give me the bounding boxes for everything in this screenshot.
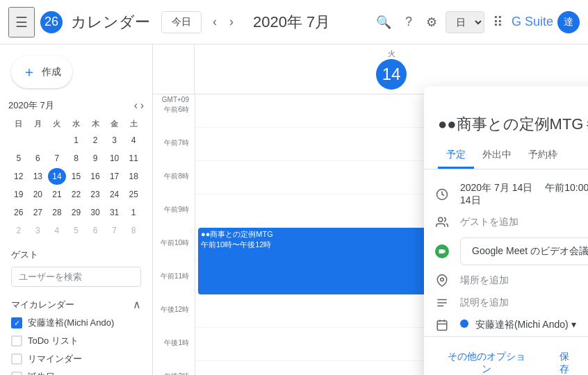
mini-cal-day[interactable]: 8 xyxy=(124,222,142,239)
mini-cal-grid: 日月火水木金土 12345678910111213141516171819202… xyxy=(8,116,144,240)
mini-cal-day[interactable]: 7 xyxy=(106,222,124,239)
mini-cal-day[interactable]: 8 xyxy=(67,150,85,167)
search-input-wrap[interactable] xyxy=(11,267,141,287)
mini-cal-day[interactable]: 7 xyxy=(48,150,66,167)
mini-cal-day[interactable]: 23 xyxy=(86,186,104,203)
cal-item[interactable]: ToDo リスト xyxy=(6,332,147,350)
search-icon[interactable]: 🔍 xyxy=(370,10,397,34)
mini-cal-day[interactable]: 31 xyxy=(106,204,124,221)
mini-cal-day[interactable]: 15 xyxy=(67,168,85,185)
gsuite-badge: G Suite 達 xyxy=(512,11,580,33)
more-options-button[interactable]: その他のオプション xyxy=(435,345,538,375)
mini-cal-day[interactable]: 17 xyxy=(106,168,124,185)
save-button[interactable]: 保存 xyxy=(544,345,585,375)
mini-cal-prev[interactable]: ‹ xyxy=(134,99,138,112)
prev-button[interactable]: ‹ xyxy=(207,10,222,33)
mini-cal-day[interactable]: 24 xyxy=(106,186,124,203)
settings-icon[interactable]: ⚙ xyxy=(420,10,443,34)
popup-tab[interactable]: 予約枠 xyxy=(520,143,566,169)
mini-cal-weekday: 土 xyxy=(124,117,142,131)
mini-cal-day[interactable]: 30 xyxy=(86,204,104,221)
search-input[interactable] xyxy=(19,272,133,282)
avatar[interactable]: 達 xyxy=(557,11,580,33)
mini-cal-day[interactable]: 18 xyxy=(124,168,142,185)
svg-point-2 xyxy=(441,278,444,281)
mini-cal-day[interactable]: 1 xyxy=(124,204,142,221)
popup-location-row[interactable]: 場所を追加 xyxy=(424,269,588,292)
time-slot: 午前7時 xyxy=(153,137,195,170)
today-button[interactable]: 今日 xyxy=(161,11,202,33)
time-label: 午後2時 xyxy=(164,372,189,375)
mini-cal-day[interactable]: 20 xyxy=(29,186,47,203)
cal-item[interactable]: 安藤達裕(Michi Ando) xyxy=(6,314,147,332)
mini-cal-day[interactable]: 3 xyxy=(106,132,124,149)
mini-cal-day[interactable]: 29 xyxy=(67,204,85,221)
date-badge: 26 xyxy=(40,11,63,33)
header-month: 2020年 7月 xyxy=(253,12,330,33)
mini-cal-day[interactable]: 3 xyxy=(29,222,47,239)
cal-list-toggle[interactable]: ∧ xyxy=(133,298,141,311)
mini-cal-day[interactable]: 14 xyxy=(48,168,66,185)
cal-checkbox[interactable] xyxy=(11,317,22,328)
mini-cal-day[interactable]: 13 xyxy=(29,168,47,185)
cal-checkbox[interactable] xyxy=(11,353,22,365)
mini-cal-day[interactable]: 4 xyxy=(124,132,142,149)
popup-tab[interactable]: 予定 xyxy=(438,143,474,169)
popup-description-row[interactable]: 説明を追加 xyxy=(424,292,588,314)
view-select[interactable]: 日 週 月 xyxy=(446,11,484,33)
app-header: ☰ 26 カレンダー 今日 ‹ › 2020年 7月 🔍 ? ⚙ 日 週 月 ⠿… xyxy=(0,0,588,44)
mini-cal-day[interactable]: 5 xyxy=(67,222,85,239)
mini-cal-day[interactable]: 12 xyxy=(10,168,28,185)
popup-tab[interactable]: 外出中 xyxy=(474,143,520,169)
guests-section: ゲスト xyxy=(0,240,152,290)
cal-list-header: マイカレンダー ∧ xyxy=(6,292,147,314)
mini-cal-day[interactable]: 2 xyxy=(86,132,104,149)
mini-cal-day[interactable]: 1 xyxy=(67,132,85,149)
guests-placeholder: ゲストを追加 xyxy=(460,216,588,228)
description-icon xyxy=(435,296,449,310)
time-slot: 午後2時 xyxy=(153,370,195,375)
mini-cal-day[interactable]: 16 xyxy=(86,168,104,185)
calendar-dropdown[interactable]: ▾ xyxy=(571,319,576,330)
cal-item[interactable]: 誕生日 xyxy=(6,368,147,375)
popup-guests-row[interactable]: ゲストを追加 xyxy=(424,211,588,233)
help-icon[interactable]: ? xyxy=(400,10,418,33)
mini-cal-day[interactable]: 28 xyxy=(48,204,66,221)
cal-label: リマインダー xyxy=(28,353,82,365)
time-label: 午後12時 xyxy=(161,305,189,315)
mini-cal-day[interactable]: 27 xyxy=(29,204,47,221)
menu-icon[interactable]: ☰ xyxy=(8,7,35,38)
time-slot: 午前6時 xyxy=(153,103,195,137)
mini-cal-day[interactable]: 10 xyxy=(106,150,124,167)
mini-cal-day[interactable]: 19 xyxy=(10,186,28,203)
mini-cal-day[interactable]: 6 xyxy=(86,222,104,239)
popup-datetime-row: 2020年 7月 14日 午前10:00 – 午後12:00 2020年 7月 … xyxy=(424,178,588,211)
cal-checkbox[interactable] xyxy=(11,372,22,375)
location-placeholder: 場所を追加 xyxy=(460,274,588,287)
create-button[interactable]: ＋ 作成 xyxy=(11,56,72,88)
mini-cal-day[interactable]: 25 xyxy=(124,186,142,203)
cal-checkbox[interactable] xyxy=(11,335,22,347)
mini-cal-day[interactable]: 5 xyxy=(10,150,28,167)
popup-meet-row: Google Meet のビデオ会議を追加 xyxy=(424,233,588,269)
next-button[interactable]: › xyxy=(224,10,239,33)
mini-cal-day[interactable]: 22 xyxy=(67,186,85,203)
mini-cal-day[interactable]: 11 xyxy=(124,150,142,167)
mini-cal-day[interactable]: 9 xyxy=(86,150,104,167)
mini-cal-day[interactable]: 4 xyxy=(48,222,66,239)
mini-cal-day[interactable]: 2 xyxy=(10,222,28,239)
mini-cal-day[interactable]: 26 xyxy=(10,204,28,221)
mini-cal-next[interactable]: › xyxy=(140,99,144,112)
mini-cal-day[interactable]: 6 xyxy=(29,150,47,167)
meet-icon xyxy=(435,244,449,258)
mini-cal-weekday: 日 xyxy=(10,117,28,131)
create-label: 作成 xyxy=(42,66,61,78)
time-slot: 午前10時 xyxy=(153,237,195,270)
apps-icon[interactable]: ⠿ xyxy=(487,10,509,35)
mini-cal-day[interactable]: 21 xyxy=(48,186,66,203)
time-start: 午前10:00 xyxy=(545,182,588,193)
popup-datetime-content: 2020年 7月 14日 午前10:00 – 午後12:00 2020年 7月 … xyxy=(460,182,588,207)
nav-controls: ‹ › xyxy=(207,10,239,33)
cal-item[interactable]: リマインダー xyxy=(6,350,147,368)
meet-button[interactable]: Google Meet のビデオ会議を追加 xyxy=(460,238,588,265)
